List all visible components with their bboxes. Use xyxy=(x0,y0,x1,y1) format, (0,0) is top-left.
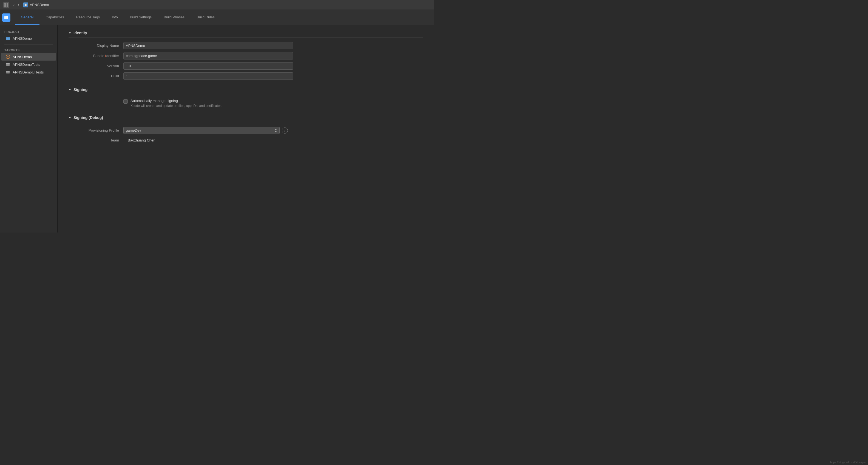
svg-rect-10 xyxy=(7,38,8,38)
svg-rect-7 xyxy=(6,19,8,19)
signing-section: ▼ Signing Automatically manage signing X… xyxy=(68,88,423,108)
identity-section: ▼ Identity Display Name→Bundle Identifie… xyxy=(68,31,423,80)
svg-rect-15 xyxy=(6,63,9,64)
file-icon: 📋 xyxy=(23,2,28,7)
sidebar-icon-apnsdemotests xyxy=(5,62,10,67)
provisioning-profile-row: Provisioning Profile gameDev i xyxy=(68,127,423,134)
svg-rect-5 xyxy=(6,16,8,17)
project-item-label: APNSDemo xyxy=(12,36,32,40)
tab-info[interactable]: Info xyxy=(106,10,124,25)
auto-signing-labels: Automatically manage signing Xcode will … xyxy=(130,99,222,108)
sidebar-divider xyxy=(4,44,53,45)
signing-debug-section: ▼ Signing (Debug) Provisioning Profile g… xyxy=(68,116,423,144)
provisioning-info-button[interactable]: i xyxy=(282,127,288,133)
team-row: Team Baozhuang Chen xyxy=(68,137,423,144)
identity-fields: Display Name→Bundle IdentifierVersionBui… xyxy=(68,42,423,80)
svg-rect-2 xyxy=(4,5,6,7)
team-label: Team xyxy=(68,138,123,142)
auto-signing-main-label: Automatically manage signing xyxy=(130,99,222,103)
provisioning-dropdown[interactable]: gameDev xyxy=(123,127,280,134)
bundle-identifier-arrow-icon: → xyxy=(101,52,107,60)
titlebar: ‹ › 📋 APNSDemo xyxy=(0,0,434,10)
svg-rect-0 xyxy=(4,3,6,5)
svg-rect-1 xyxy=(7,3,8,5)
main-layout: PROJECT APNSDemo TARGETS APNSDemoAPNSDem… xyxy=(0,25,434,232)
forward-button[interactable]: › xyxy=(17,2,20,8)
identity-triangle: ▼ xyxy=(68,32,71,35)
sidebar-item-apnsdemotests[interactable]: APNSDemoTests xyxy=(1,61,56,68)
tabs-container: GeneralCapabilitiesResource TagsInfoBuil… xyxy=(15,10,221,25)
sidebar-icon-apnsdemo xyxy=(5,54,10,59)
sidebar-label-apnsdemo: APNSDemo xyxy=(12,55,32,59)
svg-rect-9 xyxy=(6,37,10,38)
svg-point-13 xyxy=(7,56,8,57)
project-section-header: PROJECT xyxy=(0,29,57,35)
navigation-buttons: ‹ › xyxy=(12,2,21,8)
field-label-2: Version xyxy=(68,64,123,68)
sidebar-icon-apnsdemotests2 xyxy=(5,70,10,74)
identity-field-row-0: Display Name xyxy=(68,42,423,49)
provisioning-value: gameDev xyxy=(126,128,141,132)
sidebar-item-project[interactable]: APNSDemo xyxy=(1,35,56,42)
field-input-3[interactable] xyxy=(123,72,293,80)
identity-field-row-3: Build xyxy=(68,72,423,80)
tabbar: GeneralCapabilitiesResource TagsInfoBuil… xyxy=(0,10,434,25)
field-input-0[interactable] xyxy=(123,42,293,49)
tab-resource-tags[interactable]: Resource Tags xyxy=(70,10,105,25)
sidebar-targets: APNSDemoAPNSDemoTestsAPNSDemoUITests xyxy=(0,53,57,76)
sidebar-toggle-button[interactable] xyxy=(2,13,10,22)
identity-header: ▼ Identity xyxy=(68,31,423,37)
sidebar-item-apnsdemo[interactable]: APNSDemo xyxy=(1,53,56,61)
team-value: Baozhuang Chen xyxy=(126,137,296,144)
sidebar: PROJECT APNSDemo TARGETS APNSDemoAPNSDem… xyxy=(0,25,58,232)
provisioning-label: Provisioning Profile xyxy=(68,128,123,132)
signing-debug-triangle: ▼ xyxy=(68,116,71,119)
tab-capabilities[interactable]: Capabilities xyxy=(39,10,70,25)
app-icon xyxy=(3,2,9,8)
project-icon xyxy=(5,36,10,41)
svg-rect-17 xyxy=(6,71,9,71)
tab-build-rules[interactable]: Build Rules xyxy=(190,10,221,25)
tab-build-settings[interactable]: Build Settings xyxy=(124,10,158,25)
svg-rect-6 xyxy=(6,17,8,18)
sidebar-label-apnsdemotests: APNSDemoTests xyxy=(12,63,40,67)
field-label-1: Bundle Identifier xyxy=(68,54,123,58)
field-input-1[interactable] xyxy=(123,52,293,60)
sidebar-item-apnsdemotests2[interactable]: APNSDemoUITests xyxy=(1,68,56,76)
field-label-0: Display Name xyxy=(68,43,123,48)
back-button[interactable]: ‹ xyxy=(12,2,16,8)
content-area: ▼ Identity Display Name→Bundle Identifie… xyxy=(58,25,434,232)
svg-rect-4 xyxy=(4,16,6,19)
identity-field-row-1: →Bundle Identifier xyxy=(68,52,423,60)
auto-signing-checkbox[interactable] xyxy=(123,99,128,104)
tab-general[interactable]: General xyxy=(15,10,39,25)
auto-signing-row: Automatically manage signing Xcode will … xyxy=(123,99,423,108)
dropdown-chevron-icon xyxy=(274,129,277,132)
sidebar-label-apnsdemotests2: APNSDemoUITests xyxy=(12,70,43,74)
field-label-3: Build xyxy=(68,74,123,78)
field-input-2[interactable] xyxy=(123,62,293,70)
project-title: APNSDemo xyxy=(30,3,49,7)
tab-build-phases[interactable]: Build Phases xyxy=(158,10,190,25)
identity-title: Identity xyxy=(73,31,87,35)
signing-header: ▼ Signing xyxy=(68,88,423,94)
file-title: 📋 APNSDemo xyxy=(23,2,49,7)
signing-debug-header: ▼ Signing (Debug) xyxy=(68,116,423,122)
signing-triangle: ▼ xyxy=(68,88,71,91)
targets-section-header: TARGETS xyxy=(0,47,57,53)
auto-signing-sub-label: Xcode will create and update profiles, a… xyxy=(130,104,222,108)
svg-rect-8 xyxy=(6,37,10,40)
identity-field-row-2: Version xyxy=(68,62,423,70)
signing-debug-title: Signing (Debug) xyxy=(73,116,103,120)
signing-title: Signing xyxy=(73,88,88,92)
svg-rect-3 xyxy=(7,5,8,7)
